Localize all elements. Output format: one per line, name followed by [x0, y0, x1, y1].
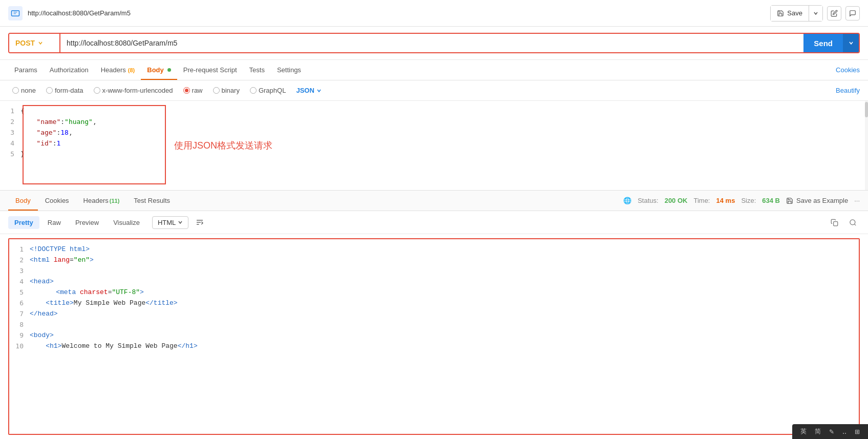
opt-graphql[interactable]: GraphQL — [246, 85, 290, 96]
bottom-simplified[interactable]: 简 — [812, 426, 824, 437]
tab-settings[interactable]: Settings — [271, 60, 307, 80]
resp-tab-body[interactable]: Body — [8, 191, 38, 211]
url-input[interactable] — [60, 39, 803, 47]
resp-line-5: 5 — [9, 287, 24, 298]
svg-line-6 — [854, 224, 856, 225]
editor-content: 1 2 3 4 5 { "name":"huang", "age":18, "i… — [0, 101, 868, 190]
tab-headers[interactable]: Headers (8) — [95, 60, 141, 80]
radio-raw — [183, 87, 190, 94]
send-button[interactable]: Send — [803, 34, 843, 52]
send-button-group[interactable]: Send — [803, 34, 859, 52]
line-2: 2 — [0, 117, 14, 128]
opt-graphql-label: GraphQL — [259, 87, 286, 94]
tab-params-label: Params — [14, 66, 37, 74]
resp-code-line-8 — [30, 320, 859, 330]
opt-binary-label: binary — [222, 87, 240, 94]
radio-urlencoded — [94, 87, 100, 94]
resp-subtab-raw[interactable]: Raw — [41, 216, 67, 229]
method-select[interactable]: POST — [9, 34, 60, 52]
tab-authorization[interactable]: Authorization — [44, 60, 95, 80]
body-active-dot — [167, 68, 171, 72]
resp-line-8: 8 — [9, 320, 24, 330]
resp-code: <!DOCTYPE html> <html lang="en"> <head> … — [30, 243, 859, 430]
tab-pre-request[interactable]: Pre-request Script — [177, 60, 243, 80]
time-value: 14 ms — [716, 197, 735, 204]
resp-tab-cookies[interactable]: Cookies — [38, 191, 76, 211]
editor-scrollbar[interactable] — [865, 101, 868, 190]
bottom-edit[interactable]: ✎ — [826, 427, 837, 436]
request-editor: 1 2 3 4 5 { "name":"huang", "age":18, "i… — [0, 101, 868, 191]
code-line-4: "id":1 — [20, 138, 868, 149]
opt-none[interactable]: none — [8, 85, 40, 96]
line-1: 1 — [0, 106, 14, 117]
resp-code-line-2: <html lang="en"> — [30, 255, 859, 266]
line-3: 3 — [0, 128, 14, 138]
time-label: Time: — [693, 197, 710, 204]
tab-body-label: Body — [147, 66, 164, 74]
cookies-link[interactable]: Cookies — [836, 66, 860, 74]
resp-tab-test-results[interactable]: Test Results — [126, 191, 177, 211]
top-bar-right: Save — [770, 5, 860, 22]
save-label: Save — [787, 9, 802, 17]
resp-tab-headers-label: Headers — [83, 197, 109, 204]
bottom-dots[interactable]: ‥ — [839, 427, 850, 436]
tab-body[interactable]: Body — [141, 60, 177, 80]
bottom-lang[interactable]: 英 — [797, 426, 810, 437]
line-5: 5 — [0, 149, 14, 160]
radio-none — [12, 87, 19, 94]
response-code-area[interactable]: 1 2 3 4 5 6 7 8 9 10 <!DOCTYPE html> <ht… — [8, 238, 860, 435]
save-dropdown-button[interactable] — [809, 6, 822, 21]
opt-raw[interactable]: raw — [179, 85, 207, 96]
tab-params[interactable]: Params — [8, 60, 44, 80]
resp-line-7: 7 — [9, 309, 24, 320]
resp-sub-tabs: Pretty Raw Preview Visualize HTML — [0, 211, 868, 234]
save-as-example-button[interactable]: Save as Example — [786, 197, 848, 204]
tab-tests[interactable]: Tests — [243, 60, 271, 80]
send-dropdown[interactable] — [843, 34, 859, 52]
app-icon — [8, 6, 23, 20]
status-label: Status: — [638, 197, 658, 204]
code-line-2: "name":"huang", — [20, 117, 868, 128]
response-tabs-bar: Body Cookies Headers (11) Test Results 🌐… — [0, 191, 868, 211]
method-label: POST — [15, 39, 35, 47]
resp-code-line-1: <!DOCTYPE html> — [30, 244, 859, 255]
opt-urlencoded[interactable]: x-www-form-urlencoded — [90, 85, 177, 96]
resp-line-10: 10 — [9, 341, 24, 352]
search-button[interactable] — [845, 215, 860, 229]
opt-form-data[interactable]: form-data — [42, 85, 88, 96]
comment-button[interactable] — [845, 6, 860, 20]
tab-tests-label: Tests — [249, 66, 265, 74]
save-main-button[interactable]: Save — [771, 6, 809, 21]
json-type-select[interactable]: JSON — [292, 85, 325, 96]
line-4: 4 — [0, 138, 14, 149]
more-icon[interactable]: ··· — [854, 197, 860, 204]
beautify-button[interactable]: Beautify — [836, 87, 860, 94]
edit-button[interactable] — [827, 6, 841, 20]
resp-code-line-6: <title>My Simple Web Page</title> — [30, 298, 859, 309]
code-area[interactable]: { "name":"huang", "age":18, "id":1 } — [20, 105, 868, 186]
resp-subtab-preview[interactable]: Preview — [69, 216, 105, 229]
tab-prerequest-label: Pre-request Script — [183, 66, 237, 74]
code-line-3: "age":18, — [20, 128, 868, 138]
wrap-button[interactable] — [193, 215, 207, 229]
response-stats: 🌐 Status: 200 OK Time: 14 ms Size: 634 B… — [623, 197, 860, 204]
top-bar: http://localhost:8080/GetParam/m5 Save — [0, 0, 868, 27]
resp-code-line-3 — [30, 266, 859, 277]
code-line-5: } — [20, 149, 868, 160]
radio-formdata — [46, 87, 53, 94]
resp-subtab-pretty[interactable]: Pretty — [8, 216, 39, 229]
resp-tab-cookies-label: Cookies — [45, 197, 69, 204]
request-tabs-bar: Params Authorization Headers (8) Body Pr… — [0, 60, 868, 80]
save-button-group[interactable]: Save — [770, 5, 823, 22]
resp-tab-headers[interactable]: Headers (11) — [76, 191, 127, 211]
resp-line-3: 3 — [9, 266, 24, 277]
html-format-select[interactable]: HTML — [152, 216, 188, 229]
resp-subtab-visualize[interactable]: Visualize — [107, 216, 146, 229]
status-value: 200 OK — [665, 197, 688, 204]
body-options: none form-data x-www-form-urlencoded raw… — [0, 80, 868, 101]
opt-binary[interactable]: binary — [209, 85, 244, 96]
resp-line-9: 9 — [9, 330, 24, 341]
url-bar: POST Send — [8, 33, 860, 53]
copy-button[interactable] — [827, 215, 841, 229]
bottom-grid[interactable]: ⊞ — [852, 427, 863, 436]
